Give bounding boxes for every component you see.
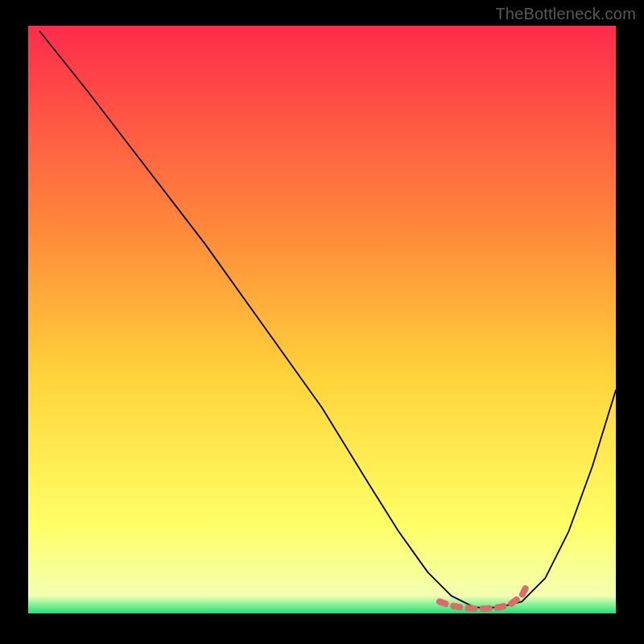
watermark-text: TheBottleneck.com xyxy=(495,5,636,23)
chart-container: TheBottleneck.com xyxy=(0,0,644,644)
gradient-background xyxy=(28,26,616,613)
bottleneck-chart xyxy=(28,26,616,613)
